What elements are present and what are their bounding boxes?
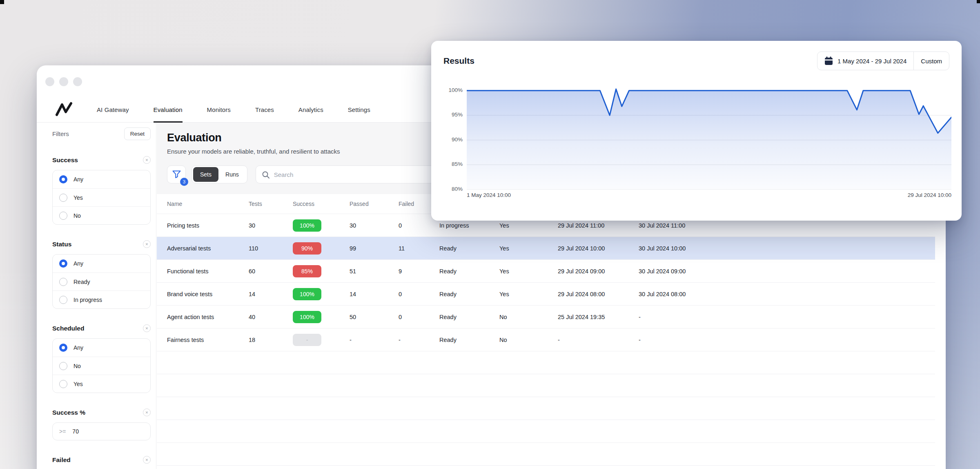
clear-filter-icon[interactable]: ✕ [143,409,151,416]
radio-option-no[interactable]: No [53,206,150,224]
tab-monitors[interactable]: Monitors [207,106,231,122]
tab-settings[interactable]: Settings [348,106,370,122]
corner-marker-top-right [977,0,980,3]
clear-filter-icon[interactable]: ✕ [143,324,151,332]
date-range-button[interactable]: 1 May 2024 - 29 Jul 2024 [817,52,913,70]
cell-success: 100% [293,311,350,323]
filter-heading-status: Status [52,241,71,248]
results-title: Results [443,56,474,66]
success-badge: 100% [293,219,321,232]
filter-section-head: Scheduled✕ [52,324,151,332]
radio-icon [59,278,67,286]
cell-success: - [293,334,350,346]
radio-option-yes[interactable]: Yes [53,188,150,206]
filter-heading-success: Success [52,156,78,164]
table-row-empty [157,420,935,443]
clear-filter-icon[interactable]: ✕ [143,456,151,464]
cell-failed: 11 [399,245,439,252]
date-range-control: 1 May 2024 - 29 Jul 2024 Custom [817,51,949,70]
filter-value: 70 [72,428,79,435]
filters-title: Filters [52,130,69,137]
results-panel: Results 1 May 2024 - 29 Jul 2024 Custom … [431,41,962,221]
cell-last_run: 29 Jul 2024 08:00 [558,291,639,297]
radio-option-any[interactable]: Any [53,255,150,272]
radio-label: Yes [74,194,83,201]
success-badge: - [293,334,321,346]
filters-sidebar: Filters Reset Success✕AnyYesNoStatus✕Any… [37,123,156,469]
filter-section-scheduled: Scheduled✕AnyNoYes [52,324,151,393]
x-axis-end-label: 29 Jul 2024 10:00 [908,192,951,198]
cell-name: Agent action tests [167,314,249,320]
table-body: Pricing tests30100%300In progressYes29 J… [157,214,946,466]
tab-analytics[interactable]: Analytics [298,106,323,122]
col-header-success: Success [293,201,350,207]
cell-last_run: 29 Jul 2024 10:00 [558,245,639,252]
cell-scheduled: Yes [499,291,558,297]
clear-filter-icon[interactable]: ✕ [143,156,151,164]
table-row-functional-tests[interactable]: Functional tests6085%519ReadyYes29 Jul 2… [157,260,935,283]
search-icon [262,171,270,179]
cell-tests: 40 [249,314,293,320]
radio-group-status: AnyReadyIn progress [52,254,151,309]
success-badge: 85% [293,265,321,277]
radio-option-any[interactable]: Any [53,170,150,188]
cell-passed: 14 [350,291,399,297]
table-row-adversarial-tests[interactable]: Adversarial tests11090%9911ReadyYes29 Ju… [157,237,935,260]
clear-filter-icon[interactable]: ✕ [143,240,151,248]
radio-label: Any [74,260,83,267]
cell-failed: 0 [399,222,439,229]
cell-last_run: 29 Jul 2024 09:00 [558,268,639,275]
tab-evaluation[interactable]: Evaluation [154,106,183,122]
radio-selected-icon [59,175,67,183]
filter-section-status: Status✕AnyReadyIn progress [52,240,151,309]
tab-ai-gateway[interactable]: AI Gateway [97,106,129,122]
cell-passed: - [350,337,399,343]
radio-icon [59,380,67,388]
toggle-sets[interactable]: Sets [193,167,218,182]
radio-option-no[interactable]: No [53,357,150,375]
filter-input-success[interactable]: >=70 [52,422,151,440]
custom-label: Custom [921,58,942,65]
radio-option-any[interactable]: Any [53,339,150,357]
cell-last_run: 29 Jul 2024 11:00 [558,222,639,229]
y-tick-label: 90% [452,136,463,143]
filter-section-head: Success %✕ [52,409,151,416]
col-header-tests: Tests [249,201,293,207]
y-tick-label: 85% [452,161,463,167]
radio-group-success: AnyYesNo [52,170,151,225]
radio-option-ready[interactable]: Ready [53,272,150,290]
toggle-runs[interactable]: Runs [218,167,246,182]
cell-failed: 9 [399,268,439,275]
cell-tests: 60 [249,268,293,275]
filter-heading-scheduled: Scheduled [52,325,84,332]
table-row-empty [157,443,935,466]
filter-section-failed: Failed✕<=20 [52,456,151,469]
reset-filters-button[interactable]: Reset [124,127,151,140]
cell-next_run: - [639,314,935,320]
cell-scheduled: Yes [499,245,558,252]
table-row-brand-voice-tests[interactable]: Brand voice tests14100%140ReadyYes29 Jul… [157,283,935,306]
table-row-agent-action-tests[interactable]: Agent action tests40100%500ReadyNo25 Jul… [157,306,935,328]
filter-section-head: Failed✕ [52,456,151,464]
custom-range-button[interactable]: Custom [913,52,949,70]
tab-traces[interactable]: Traces [255,106,274,122]
radio-option-yes[interactable]: Yes [53,375,150,393]
cell-success: 85% [293,265,350,277]
table-row-empty [157,351,935,374]
radio-label: In progress [74,297,102,303]
table-row-empty [157,374,935,397]
filter-button[interactable]: 3 [167,165,186,183]
radio-icon [59,362,67,370]
chart-x-axis: 1 May 2024 10:00 29 Jul 2024 10:00 [467,192,951,198]
table-row-fairness-tests[interactable]: Fairness tests18---ReadyNo-- [157,328,935,351]
filter-count-badge: 3 [180,178,188,186]
results-panel-header: Results 1 May 2024 - 29 Jul 2024 Custom [431,41,962,70]
cell-tests: 110 [249,245,293,252]
x-axis-start-label: 1 May 2024 10:00 [467,192,511,198]
cell-tests: 14 [249,291,293,297]
filter-section-head: Success✕ [52,156,151,164]
col-header-passed: Passed [350,201,399,207]
cell-next_run: 30 Jul 2024 10:00 [639,245,935,252]
radio-option-in-progress[interactable]: In progress [53,290,150,308]
app-logo[interactable] [55,102,73,116]
